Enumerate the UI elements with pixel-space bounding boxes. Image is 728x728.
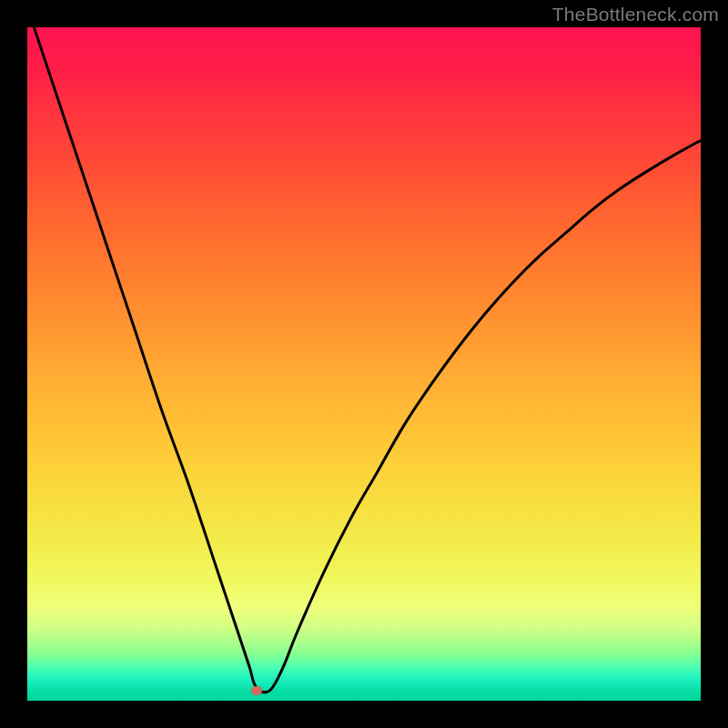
curve-path	[27, 27, 701, 693]
watermark-text: TheBottleneck.com	[552, 4, 719, 25]
optimal-point-marker	[251, 686, 262, 695]
chart-frame: TheBottleneck.com	[0, 0, 728, 728]
plot-area	[27, 27, 701, 701]
bottleneck-curve	[27, 27, 701, 701]
